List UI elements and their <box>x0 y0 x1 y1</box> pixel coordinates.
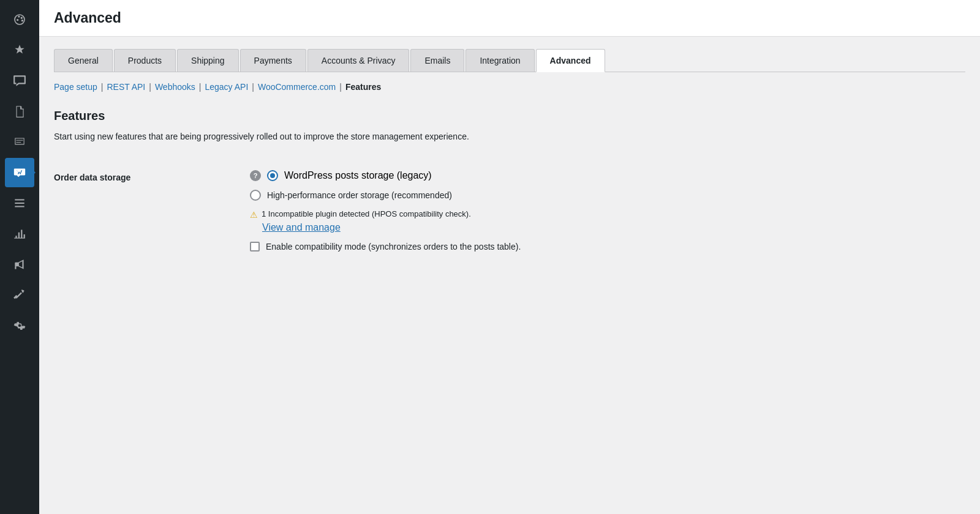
sidebar-icon-marketing[interactable] <box>5 250 34 279</box>
sidebar-icon-tools[interactable] <box>5 280 34 310</box>
sidebar-icon-pin[interactable] <box>5 35 34 65</box>
subnav-features-active: Features <box>345 82 381 92</box>
subnav-webhooks[interactable]: Webhooks <box>155 82 195 92</box>
incompatible-warning: ⚠ 1 Incompatible plugin detected (HPOS c… <box>250 209 965 233</box>
subnav-sep-1: | <box>101 82 104 92</box>
tab-emails[interactable]: Emails <box>410 49 464 72</box>
tab-products[interactable]: Products <box>114 49 176 72</box>
order-storage-row: Order data storage ? WordPress posts sto… <box>54 160 965 261</box>
subnav-woocommerce-com[interactable]: WooCommerce.com <box>258 82 336 92</box>
tab-integration[interactable]: Integration <box>466 49 534 72</box>
sidebar-icon-settings[interactable] <box>5 311 34 340</box>
page-content: Features Start using new features that a… <box>39 102 980 281</box>
sidebar-icon-comments[interactable] <box>5 66 34 95</box>
page-title: Advanced <box>54 10 965 26</box>
warning-icon: ⚠ <box>250 210 258 220</box>
page-header: Advanced <box>39 0 980 37</box>
subnav-sep-4: | <box>252 82 254 92</box>
sidebar-icon-orders[interactable] <box>5 188 34 218</box>
hpos-radio-row: High-performance order storage (recommen… <box>250 190 965 201</box>
radio-legacy[interactable] <box>267 170 278 181</box>
subnav-page-setup[interactable]: Page setup <box>54 82 97 92</box>
legacy-radio-group: ? WordPress posts storage (legacy) <box>250 170 965 181</box>
warning-message: 1 Incompatible plugin detected (HPOS com… <box>262 209 471 218</box>
help-icon[interactable]: ? <box>250 170 261 181</box>
order-storage-label: Order data storage <box>54 170 250 182</box>
sidebar-icon-feedback[interactable] <box>5 127 34 157</box>
subnav-legacy-api[interactable]: Legacy API <box>205 82 248 92</box>
sub-navigation: Page setup | REST API | Webhooks | Legac… <box>39 72 980 102</box>
tab-shipping[interactable]: Shipping <box>177 49 239 72</box>
main-area: Advanced General Products Shipping Payme… <box>39 0 980 514</box>
tab-payments[interactable]: Payments <box>240 49 306 72</box>
sidebar-icon-palette[interactable] <box>5 5 34 34</box>
subnav-rest-api[interactable]: REST API <box>107 82 145 92</box>
warning-text: ⚠ 1 Incompatible plugin detected (HPOS c… <box>250 209 965 220</box>
radio-legacy-label: WordPress posts storage (legacy) <box>284 170 432 181</box>
tab-general[interactable]: General <box>54 49 113 72</box>
radio-hpos-label: High-performance order storage (recommen… <box>267 190 452 200</box>
features-description: Start using new features that are being … <box>54 130 965 143</box>
sidebar-icon-analytics[interactable] <box>5 219 34 248</box>
sidebar-icon-woo[interactable] <box>5 158 34 187</box>
compatibility-mode-row: Enable compatibility mode (synchronizes … <box>250 242 965 251</box>
compatibility-mode-label: Enable compatibility mode (synchronizes … <box>266 242 521 251</box>
radio-hpos[interactable] <box>250 190 261 201</box>
view-and-manage-link[interactable]: View and manage <box>262 222 965 233</box>
subnav-sep-3: | <box>199 82 202 92</box>
content-area: General Products Shipping Payments Accou… <box>39 37 980 514</box>
compatibility-mode-checkbox[interactable] <box>250 242 260 251</box>
subnav-sep-2: | <box>149 82 151 92</box>
order-storage-controls: ? WordPress posts storage (legacy) High-… <box>250 170 965 251</box>
sidebar-icon-pages[interactable] <box>5 97 34 126</box>
tab-advanced[interactable]: Advanced <box>536 49 605 72</box>
sidebar <box>0 0 39 514</box>
features-section-title: Features <box>54 109 965 123</box>
subnav-sep-5: | <box>339 82 342 92</box>
tab-accounts-privacy[interactable]: Accounts & Privacy <box>307 49 410 72</box>
tabs-bar: General Products Shipping Payments Accou… <box>39 37 980 72</box>
